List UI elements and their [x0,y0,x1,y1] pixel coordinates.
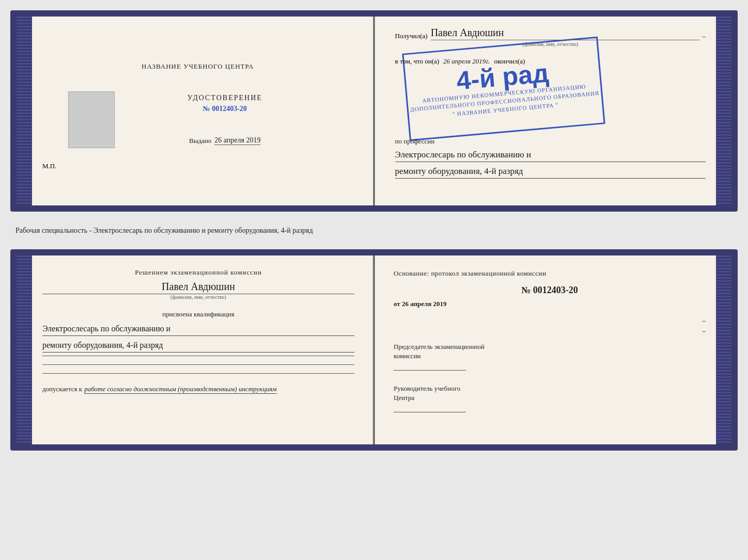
stamp-space [395,66,706,135]
bottom-right-spine [716,255,731,444]
profession-label: по профессии [395,137,706,146]
from-date-value: 26 апреля 2019 [402,300,447,308]
in-that-label: в том, что он(а) [395,57,440,66]
allowed-text: работе согласно должностным (производств… [84,385,276,394]
photo-placeholder [68,91,115,148]
allowed-prefix: допускается к [42,385,82,393]
bottom-certificate-book: Решением экзаменационной комиссии Павел … [10,249,738,451]
blank-line-2 [42,364,354,365]
finished-date: 26 апреля 2019г. [443,57,490,66]
chairman-title: Председатель экзаменационной комиссии [394,342,706,361]
person-name-handwritten: Павел Авдюшин [162,281,235,292]
dash-line-2: – [394,327,706,335]
cert-number: № 0012403-20 [188,105,262,113]
qualification-line1: Электрослесарь по обслуживанию и [42,322,354,336]
allowed-block: допускается к работе согласно должностны… [42,385,354,394]
director-line1: Руководитель учебного [394,384,706,393]
issued-block: Выдано 26 апреля 2019 [189,136,260,145]
chairman-line2: комиссии [394,351,706,361]
received-label: Получил(а) [395,32,428,40]
chairman-line1: Председатель экзаменационной [394,342,706,351]
decision-title: Решением экзаменационной комиссии [42,268,354,277]
profession-line1: Электрослесарь по обслуживанию и [395,148,706,162]
person-subtitle: (фамилия, имя, отчество) [42,294,354,300]
middle-description: Рабочая специальность - Электрослесарь п… [10,225,738,236]
left-spine [17,17,32,205]
recipient-subtitle: (фамилия, имя, отчество) [395,41,706,47]
bottom-left-page: Решением экзаменационной комиссии Павел … [17,255,373,444]
top-left-page: НАЗВАНИЕ УЧЕБНОГО ЦЕНТРА УДОСТОВЕРЕНИЕ №… [17,17,375,205]
mp-label: М.П. [42,162,56,170]
blank-line-3 [42,373,354,374]
bottom-person-name: Павел Авдюшин [42,281,354,294]
cert-label: УДОСТОВЕРЕНИЕ [188,94,262,102]
bottom-left-spine [17,255,32,444]
profession-line2: ремонту оборудования, 4-й разряд [395,164,706,179]
cert-title-block: УДОСТОВЕРЕНИЕ № 0012403-20 [188,94,262,113]
director-title: Руководитель учебного Центра [394,384,706,403]
basis-text: Основание: протокол экзаменационной коми… [394,268,706,279]
page-wrapper: НАЗВАНИЕ УЧЕБНОГО ЦЕНТРА УДОСТОВЕРЕНИЕ №… [10,10,738,451]
cert-number-prefix: № [203,105,210,113]
director-block: Руководитель учебного Центра [394,384,706,421]
chairman-signature-line [394,370,466,371]
director-line2: Центра [394,393,706,403]
qualification-line2: ремонту оборудования, 4-й разряд [42,338,354,353]
school-name-left: НАЗВАНИЕ УЧЕБНОГО ЦЕНТРА [142,62,254,71]
director-signature-line [394,412,466,412]
dash-line-1: – [394,316,706,325]
mp-block: М.П. [42,161,353,170]
top-certificate-book: НАЗВАНИЕ УЧЕБНОГО ЦЕНТРА УДОСТОВЕРЕНИЕ №… [10,10,738,212]
top-right-page: 4-й рад АВТОНОМНУЮ НЕКОММЕРЧЕСКУЮ ОРГАНИ… [375,17,732,205]
issued-label: Выдано [189,137,211,145]
protocol-number: № 0012403-20 [394,285,706,296]
bottom-right-page: Основание: протокол экзаменационной коми… [373,255,731,444]
blank-line-1 [42,356,354,356]
from-date-block: от 26 апреля 2019 [394,300,706,308]
from-label: от [394,300,400,308]
chairman-block: Председатель экзаменационной комиссии [394,342,706,379]
assigned-text: присвоена квалификация [42,310,354,318]
recipient-block: Получил(а) Павел Авдюшин – [395,27,706,40]
issued-date: 26 апреля 2019 [214,136,260,145]
cert-number-value: 0012403-20 [212,105,247,113]
finished-label: окончил(а) [494,57,525,66]
in-that-block: в том, что он(а) 26 апреля 2019г. окончи… [395,57,706,66]
right-spine [716,17,731,205]
recipient-name: Павел Авдюшин [431,27,699,40]
left-page-inner: НАЗВАНИЕ УЧЕБНОГО ЦЕНТРА УДОСТОВЕРЕНИЕ №… [42,52,353,170]
